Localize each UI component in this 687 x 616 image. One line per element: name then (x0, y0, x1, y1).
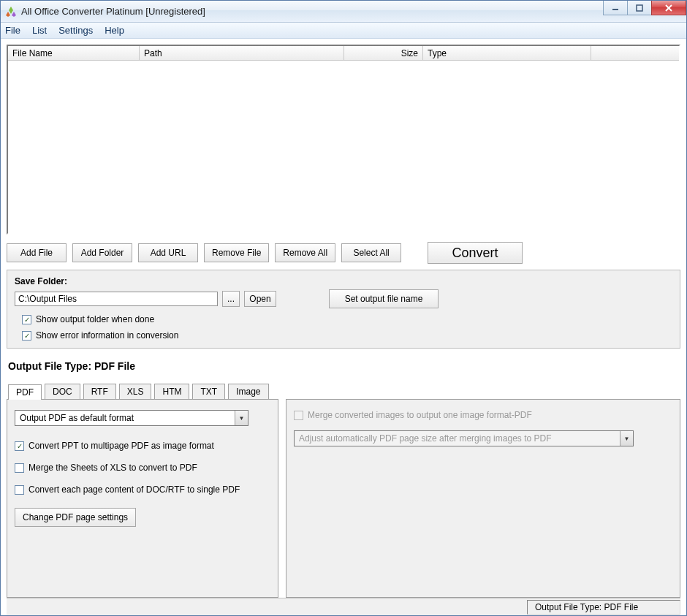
tab-pdf[interactable]: PDF (8, 384, 42, 400)
window-title: All Office Converter Platinum [Unregiste… (21, 6, 205, 17)
window-controls (604, 1, 686, 15)
adjust-size-combo: Adjust automatically PDF page size after… (294, 430, 634, 446)
menu-settings[interactable]: Settings (58, 25, 93, 36)
output-panels: Output PDF as default format ▼ ✓ Convert… (7, 399, 680, 598)
select-all-button[interactable]: Select All (341, 243, 401, 262)
app-window: All Office Converter Platinum [Unregiste… (0, 0, 687, 616)
tab-rtf[interactable]: RTF (83, 384, 116, 399)
add-file-button[interactable]: Add File (7, 243, 67, 262)
menu-file[interactable]: File (5, 25, 20, 36)
remove-all-button[interactable]: Remove All (275, 243, 335, 262)
menu-list[interactable]: List (32, 25, 47, 36)
client-area: File Name Path Size Type Add File Add Fo… (1, 39, 686, 615)
minimize-button[interactable] (603, 1, 628, 15)
show-error-checkbox[interactable]: ✓ (22, 331, 31, 341)
maximize-button[interactable] (627, 1, 652, 15)
column-path[interactable]: Path (140, 46, 344, 60)
titlebar: All Office Converter Platinum [Unregiste… (1, 1, 686, 23)
column-spacer (591, 46, 679, 60)
tab-htm[interactable]: HTM (154, 384, 189, 399)
change-pdf-settings-button[interactable]: Change PDF page settings (15, 508, 136, 527)
svg-rect-1 (637, 5, 642, 11)
file-list: File Name Path Size Type (7, 45, 680, 235)
pdf-format-combo-text: Output PDF as default format (15, 413, 235, 423)
status-output-type: Output File Type: PDF File (527, 600, 680, 615)
dropdown-icon: ▼ (620, 431, 633, 446)
add-folder-button[interactable]: Add Folder (72, 243, 132, 262)
show-folder-label: Show output folder when done (36, 314, 154, 324)
merge-panel: Merge converted images to output one ima… (286, 399, 680, 598)
close-button[interactable] (651, 1, 686, 15)
menu-help[interactable]: Help (105, 25, 124, 36)
set-output-name-button[interactable]: Set output file name (329, 289, 439, 308)
merge-images-label: Merge converted images to output one ima… (308, 410, 532, 420)
output-tabs: PDF DOC RTF XLS HTM TXT Image (7, 384, 680, 399)
browse-button[interactable]: ... (222, 291, 240, 307)
save-folder-legend: Save Folder: (15, 276, 672, 286)
output-type-label: Output File Type: PDF File (8, 360, 680, 372)
ppt-multipage-checkbox[interactable]: ✓ (15, 441, 24, 451)
adjust-size-combo-text: Adjust automatically PDF page size after… (295, 433, 620, 444)
list-header: File Name Path Size Type (8, 46, 679, 61)
merge-xls-label: Merge the Sheets of XLS to convert to PD… (29, 463, 197, 473)
dropdown-icon: ▼ (235, 411, 248, 425)
pdf-settings-panel: Output PDF as default format ▼ ✓ Convert… (7, 399, 278, 598)
save-folder-group: Save Folder: ... Open Set output file na… (7, 270, 680, 349)
save-path-input[interactable] (15, 292, 218, 306)
open-folder-button[interactable]: Open (244, 291, 276, 307)
show-error-label: Show error information in conversion (36, 330, 178, 341)
ppt-multipage-label: Convert PPT to multipage PDF as image fo… (29, 441, 214, 451)
add-url-button[interactable]: Add URL (138, 243, 198, 262)
column-filename[interactable]: File Name (8, 46, 140, 60)
tab-doc[interactable]: DOC (45, 384, 80, 399)
convert-button[interactable]: Convert (428, 242, 523, 264)
pdf-format-combo[interactable]: Output PDF as default format ▼ (15, 410, 248, 426)
list-body[interactable] (8, 61, 679, 233)
statusbar: Output File Type: PDF File (7, 598, 680, 615)
merge-xls-checkbox[interactable] (15, 463, 24, 473)
tab-xls[interactable]: XLS (119, 384, 152, 399)
merge-images-checkbox (294, 411, 303, 420)
doc-single-label: Convert each page content of DOC/RTF to … (29, 484, 240, 495)
doc-single-checkbox[interactable] (15, 485, 24, 495)
file-toolbar: Add File Add Folder Add URL Remove File … (7, 235, 680, 270)
column-type[interactable]: Type (423, 46, 591, 60)
menubar: File List Settings Help (1, 23, 686, 39)
tab-txt[interactable]: TXT (192, 384, 225, 399)
remove-file-button[interactable]: Remove File (204, 243, 269, 262)
column-size[interactable]: Size (344, 46, 423, 60)
tab-image[interactable]: Image (228, 384, 268, 399)
app-icon (5, 6, 17, 18)
show-folder-checkbox[interactable]: ✓ (22, 315, 31, 324)
